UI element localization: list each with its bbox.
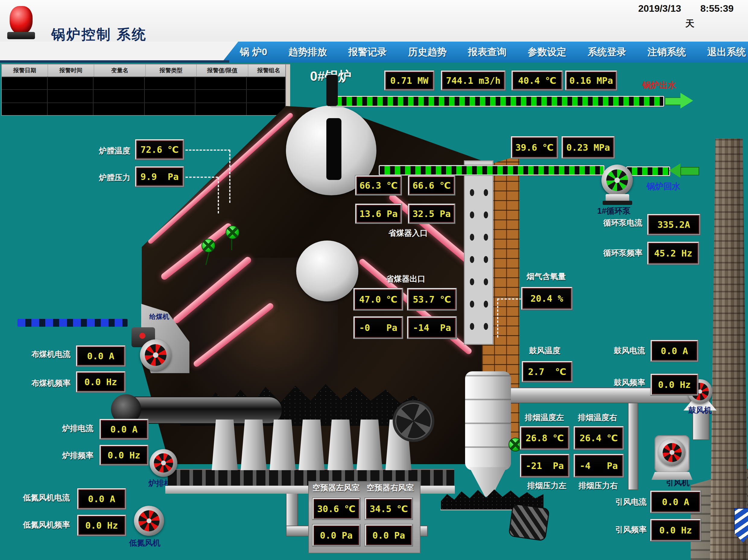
superheater-panel	[464, 160, 493, 345]
eco-in-temp2-readout: 66.6 ℃	[408, 175, 455, 195]
dust-collector-cone	[469, 467, 507, 497]
airpre-right-label: 空预器右风室	[367, 483, 414, 493]
flue-press-right-label: 排烟压力右	[579, 481, 618, 491]
slag-roller	[508, 503, 550, 541]
blast-temp-readout: 2.7 ℃	[522, 361, 572, 382]
furnace-pressure-readout: 9.9 Pa	[135, 166, 184, 187]
eco-out-temp1-readout: 47.0 ℃	[353, 288, 403, 311]
main-menu: 锅 炉0 趋势排放 报警记录 历史趋势 报表查询 参数设定 系统登录 注销系统 …	[240, 43, 746, 62]
induced-fan-icon	[658, 439, 685, 466]
outlet-arrow-shaft	[665, 97, 682, 105]
coal-current-label: 布煤机电流	[31, 349, 71, 360]
lownox-freq-label: 低氮风机频率	[23, 519, 70, 530]
alarm-table[interactable]: 报警日期 报警时间 变量名 报警类型 报警值/限值 报警组名	[1, 64, 290, 116]
menu-item-report-query[interactable]: 报表查询	[468, 46, 507, 59]
connector-line	[497, 298, 498, 338]
airpre-press-right-readout: 0.0 Pa	[365, 525, 413, 546]
eco-in-temp1-readout: 66.3 ℃	[355, 175, 402, 195]
connector-line	[229, 150, 230, 203]
fan-impeller-icon	[663, 443, 682, 462]
alarm-col-variable: 变量名	[94, 65, 146, 77]
blast-freq-readout: 0.0 Hz	[651, 374, 698, 395]
return-temp-readout: 39.6 ℃	[511, 136, 558, 159]
blast-current-readout: 0.0 A	[651, 340, 698, 362]
lownox-freq-readout: 0.0 Hz	[77, 515, 126, 536]
boiler-outlet-pipe	[331, 96, 664, 107]
flue-press-right-readout: -4 Pa	[574, 454, 624, 478]
coal-freq-readout: 0.0 Hz	[76, 371, 125, 392]
return-pipe-right	[626, 166, 670, 176]
menu-item-history-trend[interactable]: 历史趋势	[408, 46, 447, 59]
valve-status-icon	[226, 225, 239, 239]
flow-readout: 744.1 m3/h	[441, 71, 506, 91]
o2-readout: 20.4 %	[521, 287, 572, 310]
table-grid-line	[246, 77, 247, 115]
flue-temp-left-readout: 26.8 ℃	[520, 426, 569, 450]
circulation-pump-icon	[602, 165, 633, 196]
grate-freq-readout: 0.0 Hz	[99, 445, 148, 465]
table-row-line	[2, 102, 285, 103]
eco-out-press2-readout: -14 Pa	[407, 316, 457, 339]
alarm-col-type: 报警类型	[146, 65, 197, 77]
header-divider	[0, 60, 229, 63]
lownox-current-readout: 0.0 A	[77, 488, 126, 509]
table-grid-line	[93, 77, 93, 115]
induced-freq-readout: 0.0 Hz	[650, 519, 701, 541]
weekday-text: 天	[685, 18, 694, 30]
eco-in-label: 省煤器入口	[389, 228, 428, 238]
time-text: 8:55:39	[700, 3, 733, 14]
grate-fan-icon	[149, 449, 177, 477]
ash-hopper	[270, 419, 296, 470]
blast-freq-label: 鼓风频率	[614, 378, 645, 388]
ash-hopper	[212, 419, 238, 470]
steam-drum-lower	[296, 241, 358, 301]
steam-riser-pipe	[326, 75, 338, 106]
pump-name-label: 1#循环泵	[597, 205, 631, 216]
outlet-temp-readout: 40.4 ℃	[512, 71, 563, 91]
connector-line	[186, 149, 230, 151]
fan-impeller-icon	[145, 344, 167, 366]
grate-freq-label: 炉排频率	[62, 450, 93, 461]
alarm-lamp-icon	[10, 6, 32, 34]
menu-item-alarm-record[interactable]: 报警记录	[348, 46, 387, 59]
furnace-temp-readout: 72.6 ℃	[135, 139, 184, 160]
dust-collector	[465, 371, 511, 470]
fan-impeller-icon	[154, 453, 173, 472]
airpre-press-left-readout: 0.0 Pa	[312, 525, 360, 546]
coal-spreader-fan-icon	[140, 339, 171, 371]
alarm-table-header: 报警日期 报警时间 变量名 报警类型 报警值/限值 报警组名	[2, 65, 289, 77]
induced-current-readout: 0.0 A	[650, 491, 701, 513]
alarm-lamp-base	[7, 32, 35, 39]
ash-hopper	[328, 419, 353, 470]
chimney-ladder	[628, 403, 638, 490]
coal-current-readout: 0.0 A	[76, 345, 125, 366]
valve-status-icon	[202, 239, 215, 252]
menu-item-param-setting[interactable]: 参数设定	[528, 46, 566, 59]
eco-out-temp2-readout: 53.7 ℃	[407, 288, 457, 311]
menu-item-boiler0[interactable]: 锅 炉0	[240, 46, 267, 59]
feeder-label: 给煤机	[149, 312, 169, 321]
ash-hopper	[241, 419, 266, 470]
lownox-fan-icon	[134, 506, 164, 536]
coal-fan-motor-light	[139, 333, 145, 339]
grate-gear-wheel	[393, 400, 434, 442]
blast-current-label: 鼓风电流	[614, 345, 645, 356]
blast-fan-label: 鼓风机	[688, 405, 712, 416]
menu-item-trend-emission[interactable]: 趋势排放	[288, 46, 327, 59]
header-left-panel	[0, 42, 238, 63]
coal-freq-label: 布煤机频率	[31, 378, 71, 389]
page-title: 锅炉控制 系统	[51, 25, 147, 44]
menu-item-exit[interactable]: 退出系统	[707, 46, 746, 59]
flue-temp-right-readout: 26.4 ℃	[574, 426, 624, 450]
induced-fan-base	[652, 472, 693, 480]
lownox-fan-label: 低氮风机	[129, 538, 161, 548]
eco-out-label: 省煤器出口	[386, 274, 425, 284]
pump-foot	[603, 201, 632, 205]
boiler-return-pipe	[379, 165, 604, 175]
connector-line	[186, 177, 218, 178]
flue-press-left-label: 排烟压力左	[527, 481, 566, 491]
furnace-temp-label: 炉膛温度	[99, 146, 130, 156]
menu-item-logout[interactable]: 注销系统	[648, 46, 686, 59]
menu-item-system-login[interactable]: 系统登录	[587, 46, 626, 59]
return-arrow-icon	[669, 163, 680, 178]
